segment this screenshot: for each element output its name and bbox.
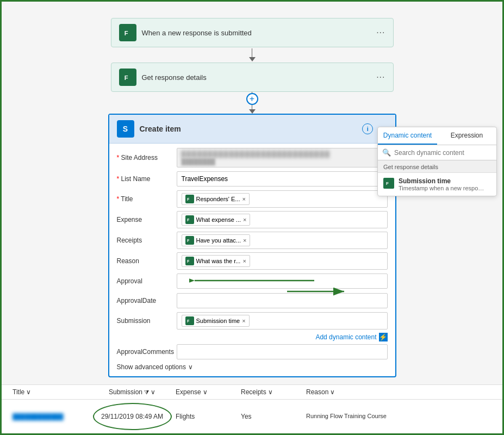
list-name-label: List Name	[117, 175, 177, 183]
svg-text:F: F	[187, 239, 190, 243]
title-chip-label: Responders' E...	[196, 196, 240, 202]
svg-text:F: F	[124, 30, 128, 36]
expense-chip-label: What expense ...	[196, 216, 241, 223]
receipts-row: Receipts F Have you attac... ×	[117, 232, 388, 249]
add-dynamic-content[interactable]: Add dynamic content ⚡	[117, 333, 388, 341]
approval-row: Approval	[117, 273, 388, 289]
title-chip-icon: F	[185, 195, 194, 203]
dynamic-search-bar: 🔍	[378, 145, 496, 160]
receipts-input[interactable]: F Have you attac... ×	[177, 232, 388, 249]
info-icon[interactable]: i	[362, 123, 373, 134]
receipts-chip-close[interactable]: ×	[243, 237, 246, 244]
step1-menu[interactable]: ···	[376, 28, 385, 38]
col-header-title[interactable]: Title ∨	[13, 388, 89, 396]
receipts-chip: F Have you attac... ×	[182, 234, 251, 246]
cell-receipts: Yes	[241, 413, 306, 420]
panel-body: Site Address ███████████████████████████…	[109, 144, 395, 376]
table-row: ████████████ 29/11/2019 08:49 AM Flights…	[2, 400, 502, 433]
expense-chip-close[interactable]: ×	[243, 216, 246, 223]
reason-label: Reason	[117, 257, 177, 265]
tab-expression[interactable]: Expression	[437, 127, 496, 145]
col-receipts-sort: ∨	[268, 388, 273, 396]
site-address-input[interactable]: ████████████████████████████ ████████ ∨	[177, 148, 388, 167]
col-header-submission[interactable]: Submission ⧩ ∨	[89, 388, 176, 396]
submission-chip: F Submission time ×	[182, 315, 250, 327]
tab-dynamic-content[interactable]: Dynamic content	[378, 127, 437, 145]
col-reason-sort: ∨	[330, 388, 335, 396]
step2-action: F Get response details ···	[111, 63, 394, 92]
connector1	[10, 47, 494, 63]
step2-menu[interactable]: ···	[376, 72, 385, 82]
reason-chip-icon: F	[185, 257, 194, 265]
submission-time-title: Submission time	[399, 177, 491, 185]
submission-time-item[interactable]: F Submission time Timestamp when a new r…	[378, 173, 496, 196]
col-submission-filter: ⧩	[144, 389, 149, 396]
approval-input[interactable]	[177, 274, 388, 289]
col-header-expense[interactable]: Expense ∨	[176, 388, 241, 396]
svg-text:F: F	[187, 218, 190, 222]
submission-chip-label: Submission time	[196, 318, 240, 324]
table-header: Title ∨ Submission ⧩ ∨ Expense ∨ Receipt…	[2, 385, 502, 400]
approvaldate-row: ApprovalDate	[117, 293, 388, 309]
search-icon: 🔍	[382, 148, 391, 157]
col-header-reason[interactable]: Reason ∨	[306, 388, 388, 396]
col-expense-sort: ∨	[203, 388, 208, 396]
submission-chip-close[interactable]: ×	[242, 318, 245, 324]
receipts-chip-label: Have you attac...	[196, 237, 241, 244]
expense-chip: F What expense ... ×	[182, 214, 251, 226]
submission-input[interactable]: F Submission time ×	[177, 312, 388, 330]
col-submission-label: Submission	[109, 388, 142, 396]
svg-text:F: F	[386, 181, 389, 186]
col-title-label: Title	[13, 388, 24, 396]
submission-chip-icon: F	[185, 316, 194, 325]
dynamic-tabs: Dynamic content Expression	[378, 127, 496, 145]
reason-chip: F What was the r... ×	[182, 255, 250, 267]
search-input[interactable]	[394, 149, 492, 157]
submission-time-desc: Timestamp when a new response is s	[399, 185, 486, 191]
sp-letter: S	[123, 125, 128, 133]
approvalcomments-row: ApprovalComments	[117, 344, 388, 360]
svg-text:F: F	[124, 74, 128, 81]
col-header-receipts[interactable]: Receipts ∨	[241, 388, 306, 396]
step1-trigger: F When a new response is submitted ···	[111, 18, 394, 47]
title-chip-close[interactable]: ×	[242, 196, 245, 202]
svg-text:F: F	[187, 319, 190, 323]
site-address-label: Site Address	[117, 154, 177, 161]
sharepoint-icon: S	[117, 120, 134, 138]
approvalcomments-input[interactable]	[177, 344, 388, 359]
col-reason-label: Reason	[306, 388, 328, 396]
svg-text:F: F	[187, 259, 190, 263]
submission-value: 29/11/2019 08:49 AM	[101, 413, 163, 420]
approvaldate-input[interactable]	[177, 293, 388, 308]
dynamic-content-panel: Dynamic content Expression 🔍 Get respons…	[377, 127, 497, 196]
cell-title-value: ████████████	[13, 413, 64, 420]
submission-time-text: Submission time Timestamp when a new res…	[399, 177, 491, 191]
col-title-sort: ∨	[26, 388, 31, 396]
add-dynamic-icon: ⚡	[379, 333, 388, 341]
list-name-select[interactable]: TravelExpenses ∨	[177, 171, 388, 187]
show-advanced[interactable]: Show advanced options ∨	[117, 363, 388, 371]
list-name-value: TravelExpenses	[182, 175, 228, 183]
reason-chip-close[interactable]: ×	[242, 258, 246, 264]
col-submission-sort: ∨	[151, 388, 155, 396]
submission-row: Submission F Submission time ×	[117, 312, 388, 330]
show-advanced-label: Show advanced options	[117, 363, 186, 371]
expense-input[interactable]: F What expense ... ×	[177, 211, 388, 228]
expense-chip-icon: F	[185, 215, 194, 224]
dynamic-section-title: Get response details	[378, 160, 496, 173]
title-row: Title F Responders' E... ×	[117, 190, 388, 208]
site-address-value2: ████████	[182, 158, 215, 165]
title-input[interactable]: F Responders' E... ×	[177, 190, 388, 208]
reason-chip-label: What was the r...	[196, 258, 241, 264]
cell-submission: 29/11/2019 08:49 AM	[89, 403, 176, 430]
expense-label: Expense	[117, 216, 177, 223]
site-address-value: ████████████████████████████	[182, 151, 331, 157]
add-step-button[interactable]: +	[246, 93, 258, 105]
step2-label: Get response details	[142, 73, 377, 82]
cell-title: ████████████	[13, 413, 89, 420]
title-label: Title	[117, 195, 177, 203]
title-chip: F Responders' E... ×	[182, 193, 250, 205]
receipts-chip-icon: F	[185, 236, 194, 245]
add-dynamic-label: Add dynamic content	[315, 333, 376, 341]
reason-input[interactable]: F What was the r... ×	[177, 252, 388, 270]
